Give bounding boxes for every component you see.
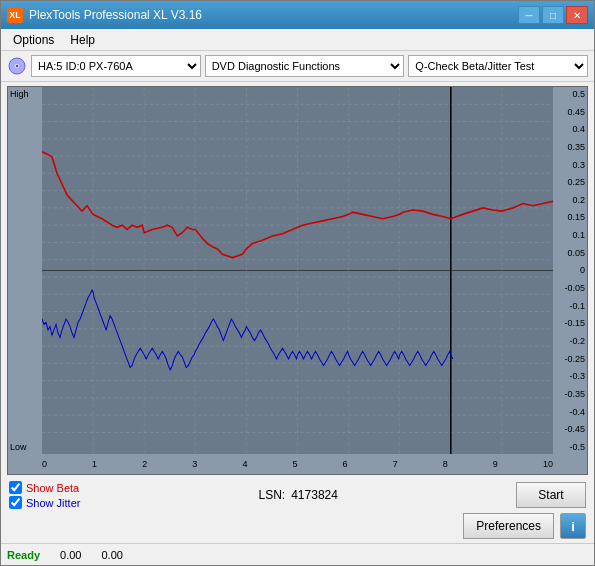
- toolbar: HA:5 ID:0 PX-760A DVD Diagnostic Functio…: [1, 51, 594, 82]
- menu-help[interactable]: Help: [62, 31, 103, 49]
- chart-y-right-axis: 0.5 0.45 0.4 0.35 0.3 0.25 0.2 0.15 0.1 …: [553, 87, 587, 454]
- function-select[interactable]: DVD Diagnostic Functions: [205, 55, 405, 77]
- show-beta-label: Show Beta: [26, 482, 79, 494]
- test-select[interactable]: Q-Check Beta/Jitter Test: [408, 55, 588, 77]
- close-button[interactable]: ✕: [566, 6, 588, 24]
- x-label-5: 5: [292, 459, 297, 469]
- show-beta-checkbox[interactable]: [9, 481, 22, 494]
- chart-x-axis: 0 1 2 3 4 5 6 7 8 9 10: [42, 454, 553, 474]
- preferences-button[interactable]: Preferences: [463, 513, 554, 539]
- app-icon: XL: [7, 7, 23, 23]
- svg-point-2: [16, 65, 18, 67]
- start-button[interactable]: Start: [516, 482, 586, 508]
- lsn-label: LSN:: [259, 488, 286, 502]
- x-label-9: 9: [493, 459, 498, 469]
- status-bar: Ready 0.00 0.00: [1, 543, 594, 565]
- drive-icon: [7, 56, 27, 76]
- chart-y-left-axis: High Low: [8, 87, 42, 454]
- x-label-8: 8: [443, 459, 448, 469]
- status-value2: 0.00: [101, 549, 122, 561]
- main-window: XL PlexTools Professional XL V3.16 ─ □ ✕…: [0, 0, 595, 566]
- status-ready: Ready: [7, 549, 40, 561]
- lsn-value: 4173824: [291, 488, 338, 502]
- window-title: PlexTools Professional XL V3.16: [29, 8, 202, 22]
- maximize-button[interactable]: □: [542, 6, 564, 24]
- chart-container: High Low 0.5 0.45 0.4 0.35 0.3 0.25 0.2 …: [7, 86, 588, 475]
- x-label-3: 3: [192, 459, 197, 469]
- show-jitter-checkbox[interactable]: [9, 496, 22, 509]
- x-label-2: 2: [142, 459, 147, 469]
- title-controls: ─ □ ✕: [518, 6, 588, 24]
- chart-plot: [42, 87, 553, 454]
- y-label-low: Low: [10, 442, 40, 452]
- title-bar: XL PlexTools Professional XL V3.16 ─ □ ✕: [1, 1, 594, 29]
- minimize-button[interactable]: ─: [518, 6, 540, 24]
- title-bar-left: XL PlexTools Professional XL V3.16: [7, 7, 202, 23]
- lsn-area: LSN: 4173824: [259, 488, 338, 502]
- bottom-row1: Show Beta Show Jitter LSN: 4173824 Start: [9, 481, 586, 509]
- x-label-10: 10: [543, 459, 553, 469]
- x-label-7: 7: [393, 459, 398, 469]
- checkboxes: Show Beta Show Jitter: [9, 481, 80, 509]
- drive-select[interactable]: HA:5 ID:0 PX-760A: [31, 55, 201, 77]
- menu-bar: Options Help: [1, 29, 594, 51]
- show-jitter-row: Show Jitter: [9, 496, 80, 509]
- show-beta-row: Show Beta: [9, 481, 80, 494]
- x-label-1: 1: [92, 459, 97, 469]
- x-label-0: 0: [42, 459, 47, 469]
- bottom-row2: Preferences i: [9, 513, 586, 539]
- info-button[interactable]: i: [560, 513, 586, 539]
- status-value1: 0.00: [60, 549, 81, 561]
- x-label-6: 6: [343, 459, 348, 469]
- bottom-bar: Show Beta Show Jitter LSN: 4173824 Start…: [1, 477, 594, 543]
- menu-options[interactable]: Options: [5, 31, 62, 49]
- y-label-high: High: [10, 89, 40, 99]
- x-label-4: 4: [242, 459, 247, 469]
- show-jitter-label: Show Jitter: [26, 497, 80, 509]
